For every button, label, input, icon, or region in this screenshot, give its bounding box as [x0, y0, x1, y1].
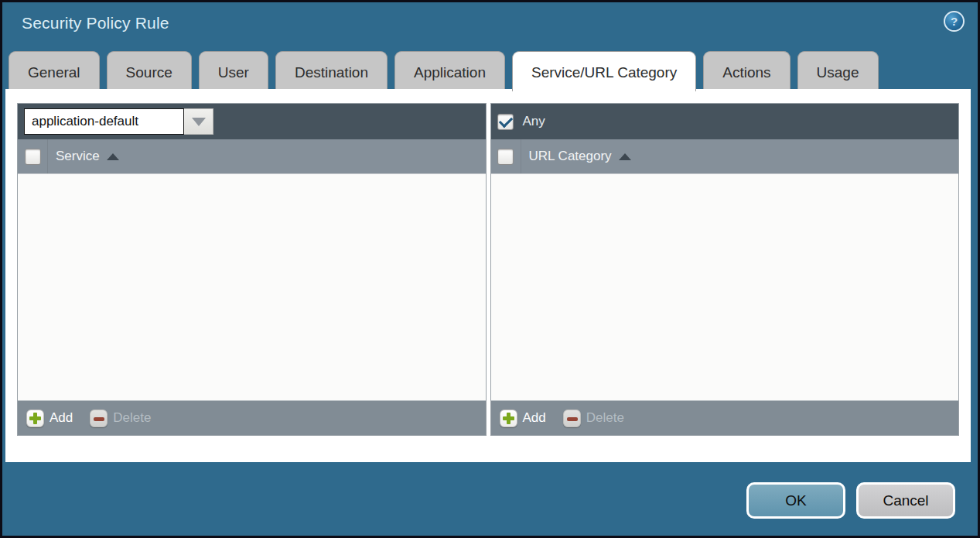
dialog-button-row: OK Cancel: [746, 482, 955, 519]
plus-icon: [26, 409, 44, 427]
service-panel-footer: Add Delete: [18, 400, 486, 435]
help-icon-glyph: ?: [951, 15, 958, 28]
dialog-title: Security Policy Rule: [22, 14, 169, 33]
ok-button[interactable]: OK: [746, 482, 845, 519]
delete-service-button[interactable]: Delete: [90, 409, 151, 427]
tab-user[interactable]: User: [199, 51, 268, 91]
url-category-panel-toolbar: Any: [491, 104, 959, 139]
service-select-all-cell: [18, 139, 48, 173]
add-url-category-label: Add: [523, 410, 546, 426]
url-category-column-header[interactable]: URL Category: [529, 149, 612, 164]
url-category-select-all-cell: [491, 139, 521, 173]
tab-destination[interactable]: Destination: [275, 51, 388, 91]
url-category-panel: Any URL Category Add: [490, 103, 960, 436]
chevron-down-icon: [192, 118, 206, 126]
help-icon[interactable]: ?: [944, 11, 965, 32]
service-type-select[interactable]: application-default: [24, 108, 213, 135]
service-column-header[interactable]: Service: [56, 149, 100, 164]
delete-url-category-button[interactable]: Delete: [563, 409, 624, 427]
add-service-label: Add: [50, 410, 73, 426]
service-type-selected-value[interactable]: application-default: [24, 108, 184, 135]
tab-actions[interactable]: Actions: [703, 51, 790, 91]
select-all-url-categories-checkbox[interactable]: [497, 149, 514, 165]
any-url-category-label: Any: [523, 114, 545, 129]
add-service-button[interactable]: Add: [26, 409, 73, 427]
minus-icon: [563, 409, 581, 427]
url-category-list: [491, 174, 959, 400]
sort-ascending-icon: [619, 153, 631, 160]
panels-container: application-default Service: [5, 89, 971, 436]
tab-usage[interactable]: Usage: [797, 51, 879, 91]
tab-content: application-default Service: [5, 89, 971, 462]
tab-service-url-category[interactable]: Service/URL Category: [512, 51, 696, 91]
delete-service-label: Delete: [113, 410, 151, 426]
minus-icon: [90, 409, 108, 427]
cancel-button[interactable]: Cancel: [856, 482, 955, 519]
service-panel: application-default Service: [17, 103, 487, 436]
service-table-header: Service: [18, 139, 486, 174]
tab-source[interactable]: Source: [107, 51, 192, 91]
dialog-titlebar: Security Policy Rule ?: [2, 2, 978, 49]
service-panel-toolbar: application-default: [18, 104, 486, 139]
delete-url-category-label: Delete: [586, 410, 624, 426]
any-url-category-checkbox[interactable]: [497, 114, 514, 130]
url-category-panel-footer: Add Delete: [491, 400, 959, 435]
tab-general[interactable]: General: [9, 51, 100, 91]
add-url-category-button[interactable]: Add: [500, 409, 546, 427]
service-list: [18, 174, 486, 400]
select-all-services-checkbox[interactable]: [25, 149, 41, 165]
security-policy-rule-dialog: Security Policy Rule ? General Source Us…: [0, 0, 980, 538]
service-type-dropdown-button[interactable]: [184, 108, 213, 135]
tab-bar: General Source User Destination Applicat…: [9, 51, 886, 91]
tab-application[interactable]: Application: [394, 51, 505, 91]
url-category-table-header: URL Category: [491, 139, 959, 174]
sort-ascending-icon: [107, 153, 119, 160]
plus-icon: [500, 409, 517, 427]
